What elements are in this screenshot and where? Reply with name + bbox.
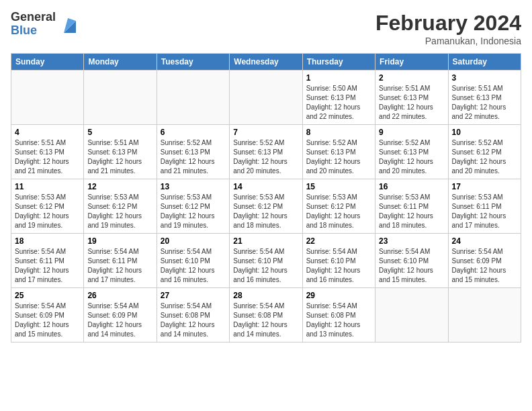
day-number: 22 — [306, 236, 371, 246]
calendar-cell: 25Sunrise: 5:54 AM Sunset: 6:09 PM Dayli… — [11, 288, 84, 342]
day-number: 1 — [306, 73, 371, 83]
day-number: 5 — [87, 128, 152, 137]
day-info: Sunrise: 5:51 AM Sunset: 6:13 PM Dayligh… — [87, 138, 152, 176]
day-number: 3 — [452, 73, 517, 83]
title-block: February 2024 Pamanukan, Indonesia — [375, 11, 521, 46]
logo-blue: Blue — [11, 24, 56, 38]
calendar-week-4: 25Sunrise: 5:54 AM Sunset: 6:09 PM Dayli… — [11, 288, 521, 342]
calendar-cell: 8Sunrise: 5:52 AM Sunset: 6:13 PM Daylig… — [302, 125, 375, 179]
day-info: Sunrise: 5:51 AM Sunset: 6:13 PM Dayligh… — [379, 84, 444, 122]
day-header-sunday: Sunday — [11, 54, 84, 71]
day-number: 10 — [452, 128, 517, 137]
calendar-cell — [375, 288, 448, 342]
day-info: Sunrise: 5:52 AM Sunset: 6:13 PM Dayligh… — [379, 138, 444, 176]
day-info: Sunrise: 5:54 AM Sunset: 6:08 PM Dayligh… — [306, 302, 371, 339]
day-number: 27 — [161, 291, 226, 300]
calendar-cell: 5Sunrise: 5:51 AM Sunset: 6:13 PM Daylig… — [84, 125, 157, 179]
calendar-week-2: 11Sunrise: 5:53 AM Sunset: 6:12 PM Dayli… — [11, 179, 521, 234]
day-header-friday: Friday — [375, 54, 448, 71]
calendar-cell — [157, 71, 229, 125]
calendar-cell — [11, 71, 84, 125]
day-number: 6 — [161, 128, 226, 137]
day-info: Sunrise: 5:52 AM Sunset: 6:13 PM Dayligh… — [161, 138, 226, 176]
logo: General Blue — [11, 11, 77, 38]
day-number: 2 — [379, 73, 444, 83]
day-info: Sunrise: 5:53 AM Sunset: 6:12 PM Dayligh… — [306, 193, 371, 230]
day-number: 19 — [87, 236, 152, 246]
day-info: Sunrise: 5:54 AM Sunset: 6:08 PM Dayligh… — [161, 302, 226, 339]
day-info: Sunrise: 5:54 AM Sunset: 6:11 PM Dayligh… — [15, 247, 80, 285]
calendar-cell: 28Sunrise: 5:54 AM Sunset: 6:08 PM Dayli… — [230, 288, 302, 342]
day-number: 24 — [452, 236, 517, 246]
day-number: 29 — [306, 291, 371, 300]
calendar-cell: 15Sunrise: 5:53 AM Sunset: 6:12 PM Dayli… — [302, 179, 375, 234]
calendar-cell: 14Sunrise: 5:53 AM Sunset: 6:12 PM Dayli… — [230, 179, 302, 234]
calendar-cell: 19Sunrise: 5:54 AM Sunset: 6:11 PM Dayli… — [84, 234, 157, 288]
day-number: 18 — [15, 236, 80, 246]
day-header-thursday: Thursday — [302, 54, 375, 71]
calendar-cell: 2Sunrise: 5:51 AM Sunset: 6:13 PM Daylig… — [375, 71, 448, 125]
calendar-cell: 20Sunrise: 5:54 AM Sunset: 6:10 PM Dayli… — [157, 234, 229, 288]
day-info: Sunrise: 5:54 AM Sunset: 6:11 PM Dayligh… — [87, 247, 152, 285]
day-number: 13 — [161, 182, 226, 191]
day-number: 11 — [15, 182, 80, 191]
calendar-table: SundayMondayTuesdayWednesdayThursdayFrid… — [11, 53, 521, 342]
calendar-cell: 16Sunrise: 5:53 AM Sunset: 6:11 PM Dayli… — [375, 179, 448, 234]
calendar-cell — [448, 288, 521, 342]
day-info: Sunrise: 5:52 AM Sunset: 6:12 PM Dayligh… — [452, 138, 517, 176]
day-number: 12 — [87, 182, 152, 191]
calendar-cell: 17Sunrise: 5:53 AM Sunset: 6:11 PM Dayli… — [448, 179, 521, 234]
day-number: 14 — [233, 182, 298, 191]
day-number: 4 — [15, 128, 80, 137]
calendar-cell: 22Sunrise: 5:54 AM Sunset: 6:10 PM Dayli… — [302, 234, 375, 288]
calendar-cell: 24Sunrise: 5:54 AM Sunset: 6:09 PM Dayli… — [448, 234, 521, 288]
day-number: 20 — [161, 236, 226, 246]
day-header-monday: Monday — [84, 54, 157, 71]
calendar-cell: 29Sunrise: 5:54 AM Sunset: 6:08 PM Dayli… — [302, 288, 375, 342]
calendar-cell: 23Sunrise: 5:54 AM Sunset: 6:10 PM Dayli… — [375, 234, 448, 288]
day-info: Sunrise: 5:54 AM Sunset: 6:09 PM Dayligh… — [15, 302, 80, 339]
day-info: Sunrise: 5:53 AM Sunset: 6:11 PM Dayligh… — [379, 193, 444, 230]
calendar-cell — [230, 71, 302, 125]
calendar-cell: 4Sunrise: 5:51 AM Sunset: 6:13 PM Daylig… — [11, 125, 84, 179]
day-info: Sunrise: 5:51 AM Sunset: 6:13 PM Dayligh… — [15, 138, 80, 176]
calendar-header-row: SundayMondayTuesdayWednesdayThursdayFrid… — [11, 54, 521, 71]
calendar-week-1: 4Sunrise: 5:51 AM Sunset: 6:13 PM Daylig… — [11, 125, 521, 179]
day-number: 25 — [15, 291, 80, 300]
day-number: 28 — [233, 291, 298, 300]
month-title: February 2024 — [375, 11, 521, 36]
calendar-week-0: 1Sunrise: 5:50 AM Sunset: 6:13 PM Daylig… — [11, 71, 521, 125]
day-info: Sunrise: 5:54 AM Sunset: 6:08 PM Dayligh… — [233, 302, 298, 339]
calendar-cell: 13Sunrise: 5:53 AM Sunset: 6:12 PM Dayli… — [157, 179, 229, 234]
day-number: 21 — [233, 236, 298, 246]
day-number: 23 — [379, 236, 444, 246]
calendar-cell: 1Sunrise: 5:50 AM Sunset: 6:13 PM Daylig… — [302, 71, 375, 125]
day-number: 8 — [306, 128, 371, 137]
day-info: Sunrise: 5:54 AM Sunset: 6:10 PM Dayligh… — [379, 247, 444, 285]
calendar-cell: 10Sunrise: 5:52 AM Sunset: 6:12 PM Dayli… — [448, 125, 521, 179]
day-info: Sunrise: 5:53 AM Sunset: 6:11 PM Dayligh… — [452, 193, 517, 230]
calendar-cell: 6Sunrise: 5:52 AM Sunset: 6:13 PM Daylig… — [157, 125, 229, 179]
day-info: Sunrise: 5:53 AM Sunset: 6:12 PM Dayligh… — [87, 193, 152, 230]
day-header-wednesday: Wednesday — [230, 54, 302, 71]
calendar-cell: 21Sunrise: 5:54 AM Sunset: 6:10 PM Dayli… — [230, 234, 302, 288]
day-info: Sunrise: 5:53 AM Sunset: 6:12 PM Dayligh… — [161, 193, 226, 230]
day-number: 9 — [379, 128, 444, 137]
calendar-cell: 12Sunrise: 5:53 AM Sunset: 6:12 PM Dayli… — [84, 179, 157, 234]
calendar-cell: 3Sunrise: 5:51 AM Sunset: 6:13 PM Daylig… — [448, 71, 521, 125]
day-info: Sunrise: 5:53 AM Sunset: 6:12 PM Dayligh… — [233, 193, 298, 230]
calendar-week-3: 18Sunrise: 5:54 AM Sunset: 6:11 PM Dayli… — [11, 234, 521, 288]
day-info: Sunrise: 5:53 AM Sunset: 6:12 PM Dayligh… — [15, 193, 80, 230]
location-subtitle: Pamanukan, Indonesia — [375, 36, 521, 46]
calendar-cell: 27Sunrise: 5:54 AM Sunset: 6:08 PM Dayli… — [157, 288, 229, 342]
day-info: Sunrise: 5:50 AM Sunset: 6:13 PM Dayligh… — [306, 84, 371, 122]
day-info: Sunrise: 5:54 AM Sunset: 6:10 PM Dayligh… — [161, 247, 226, 285]
day-number: 7 — [233, 128, 298, 137]
day-header-saturday: Saturday — [448, 54, 521, 71]
calendar-cell: 9Sunrise: 5:52 AM Sunset: 6:13 PM Daylig… — [375, 125, 448, 179]
calendar-cell: 26Sunrise: 5:54 AM Sunset: 6:09 PM Dayli… — [84, 288, 157, 342]
day-info: Sunrise: 5:54 AM Sunset: 6:09 PM Dayligh… — [452, 247, 517, 285]
day-info: Sunrise: 5:54 AM Sunset: 6:09 PM Dayligh… — [87, 302, 152, 339]
logo-icon — [57, 14, 77, 34]
day-info: Sunrise: 5:52 AM Sunset: 6:13 PM Dayligh… — [306, 138, 371, 176]
